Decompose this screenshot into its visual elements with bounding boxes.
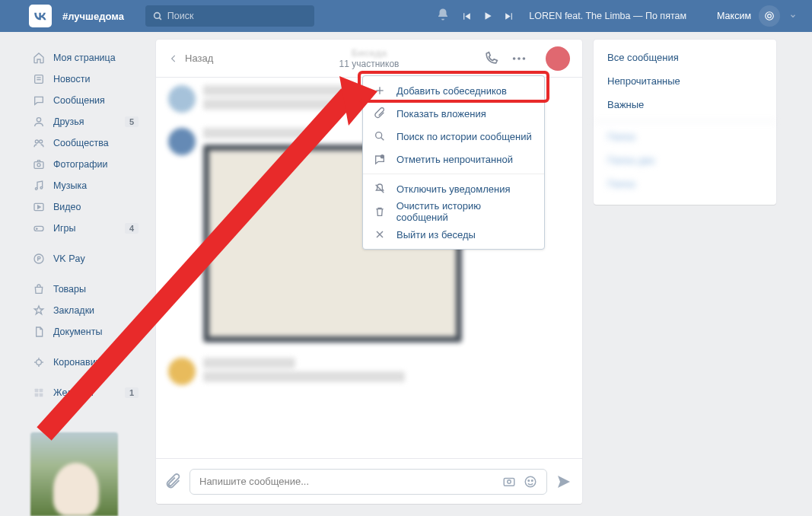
prev-track-icon[interactable] bbox=[462, 11, 472, 21]
svg-rect-24 bbox=[35, 389, 39, 393]
attach-icon[interactable] bbox=[165, 473, 182, 490]
doc-icon bbox=[30, 326, 47, 338]
svg-rect-10 bbox=[34, 162, 43, 169]
sidebar-item-news[interactable]: Новости bbox=[30, 68, 145, 90]
more-icon[interactable] bbox=[511, 50, 527, 67]
search-icon bbox=[374, 130, 390, 142]
dd-add-participants[interactable]: Добавить собеседников bbox=[363, 79, 544, 102]
bag-icon bbox=[30, 283, 47, 295]
camera-icon bbox=[30, 158, 47, 170]
dd-leave-chat[interactable]: Выйти из беседы bbox=[363, 223, 544, 246]
svg-point-32 bbox=[508, 479, 511, 483]
svg-point-8 bbox=[35, 140, 38, 143]
sidebar-item-vkpay[interactable]: VK Pay bbox=[30, 248, 145, 269]
svg-point-28 bbox=[513, 57, 516, 60]
sidebar-item-games[interactable]: Игры4 bbox=[30, 218, 145, 239]
svg-point-11 bbox=[37, 164, 40, 167]
sidebar-item-music[interactable]: Музыка bbox=[30, 175, 145, 196]
svg-line-1 bbox=[159, 18, 161, 20]
header-hashtag[interactable]: #лучшедома bbox=[62, 11, 124, 22]
sidebar-item-documents[interactable]: Документы bbox=[30, 321, 145, 342]
users-icon bbox=[30, 137, 47, 149]
next-track-icon[interactable] bbox=[504, 11, 514, 21]
top-header: #лучшедома LOREN feat. The Limba — По пя… bbox=[0, 0, 812, 32]
user-menu[interactable]: Максим bbox=[717, 5, 797, 27]
home-icon bbox=[30, 52, 47, 64]
chat-subtitle: 11 участников bbox=[339, 59, 400, 69]
filter-important[interactable]: Важные bbox=[594, 93, 776, 116]
dd-show-attachments[interactable]: Показать вложения bbox=[363, 102, 544, 125]
sidebar-item-friends[interactable]: Друзья5 bbox=[30, 111, 145, 132]
newspaper-icon bbox=[30, 73, 47, 85]
svg-point-7 bbox=[37, 118, 40, 122]
sidebar-item-communities[interactable]: Сообщества bbox=[30, 132, 145, 154]
svg-rect-15 bbox=[34, 226, 43, 231]
filter-all[interactable]: Все сообщения bbox=[594, 46, 776, 69]
sidebar-item-video[interactable]: Видео bbox=[30, 196, 145, 218]
conversation-avatar[interactable] bbox=[546, 46, 570, 71]
now-playing-text[interactable]: LOREN feat. The Limba — По пятам bbox=[529, 11, 686, 21]
svg-rect-31 bbox=[504, 478, 514, 486]
sidebar-item-bookmarks[interactable]: Закладки bbox=[30, 300, 145, 321]
search-box[interactable] bbox=[145, 5, 314, 27]
svg-point-40 bbox=[381, 155, 384, 158]
video-icon bbox=[30, 201, 47, 213]
svg-point-33 bbox=[525, 476, 536, 487]
trash-icon bbox=[374, 205, 390, 218]
chat-actions-dropdown: Добавить собеседников Показать вложения … bbox=[362, 75, 545, 250]
svg-line-39 bbox=[381, 138, 384, 141]
emoji-icon[interactable] bbox=[524, 475, 537, 489]
filter-folder-2[interactable]: Папка два bbox=[594, 148, 776, 172]
user-icon bbox=[30, 116, 47, 128]
dd-clear-history[interactable]: Очистить историю сообщений bbox=[363, 200, 544, 223]
user-avatar bbox=[759, 5, 780, 27]
search-input[interactable] bbox=[167, 11, 307, 21]
svg-point-34 bbox=[528, 479, 530, 481]
svg-point-19 bbox=[37, 360, 42, 365]
notifications-icon[interactable] bbox=[436, 8, 450, 24]
profile-photo-thumb[interactable] bbox=[30, 432, 118, 516]
chevron-down-icon bbox=[789, 12, 797, 20]
vk-logo[interactable] bbox=[29, 5, 52, 27]
dd-search-history[interactable]: Поиск по истории сообщений bbox=[363, 125, 544, 148]
right-filter-panel: Все сообщения Непрочитанные Важные Папка… bbox=[594, 40, 776, 504]
filter-folder-1[interactable]: Папка bbox=[594, 121, 776, 148]
plus-icon bbox=[374, 84, 390, 97]
pay-icon bbox=[30, 253, 47, 265]
attachment-icon bbox=[374, 107, 390, 119]
filter-unread[interactable]: Непрочитанные bbox=[594, 69, 776, 93]
play-icon[interactable] bbox=[482, 11, 493, 21]
sidebar-item-wishes[interactable]: Желания1 bbox=[30, 382, 145, 403]
svg-point-30 bbox=[523, 57, 526, 60]
dd-mute[interactable]: Отключить уведомления bbox=[363, 177, 544, 200]
svg-point-0 bbox=[154, 12, 160, 18]
music-player: LOREN feat. The Limba — По пятам bbox=[462, 11, 686, 21]
sidebar-item-photos[interactable]: Фотографии bbox=[30, 154, 145, 175]
chat-title: Беседа bbox=[339, 47, 400, 59]
sidebar-item-messages[interactable]: Сообщения bbox=[30, 90, 145, 111]
photo-icon[interactable] bbox=[502, 475, 516, 489]
compose-bar bbox=[156, 458, 582, 504]
sidebar-item-goods[interactable]: Товары bbox=[30, 279, 145, 300]
dd-mark-unread[interactable]: Отметить непрочитанной bbox=[363, 148, 544, 170]
svg-point-12 bbox=[35, 188, 37, 190]
unread-icon bbox=[374, 153, 390, 165]
svg-point-35 bbox=[532, 479, 533, 481]
chevron-left-icon bbox=[168, 53, 179, 64]
sidebar-item-coronavirus[interactable]: Коронавирус bbox=[30, 352, 145, 373]
svg-point-38 bbox=[376, 132, 382, 139]
svg-rect-26 bbox=[35, 393, 39, 397]
bell-off-icon bbox=[374, 183, 390, 195]
username-label: Максим bbox=[717, 11, 751, 21]
search-icon bbox=[153, 11, 163, 21]
compose-input-wrap[interactable] bbox=[189, 469, 547, 495]
filter-folder-3[interactable]: Папка bbox=[594, 172, 776, 196]
svg-rect-25 bbox=[40, 389, 43, 393]
gamepad-icon bbox=[30, 222, 47, 234]
call-icon[interactable] bbox=[483, 51, 498, 66]
sidebar-item-profile[interactable]: Моя страница bbox=[30, 47, 145, 68]
compose-input[interactable] bbox=[199, 476, 502, 487]
back-button[interactable]: Назад bbox=[168, 53, 213, 64]
send-icon[interactable] bbox=[555, 473, 573, 491]
close-icon bbox=[374, 228, 390, 240]
